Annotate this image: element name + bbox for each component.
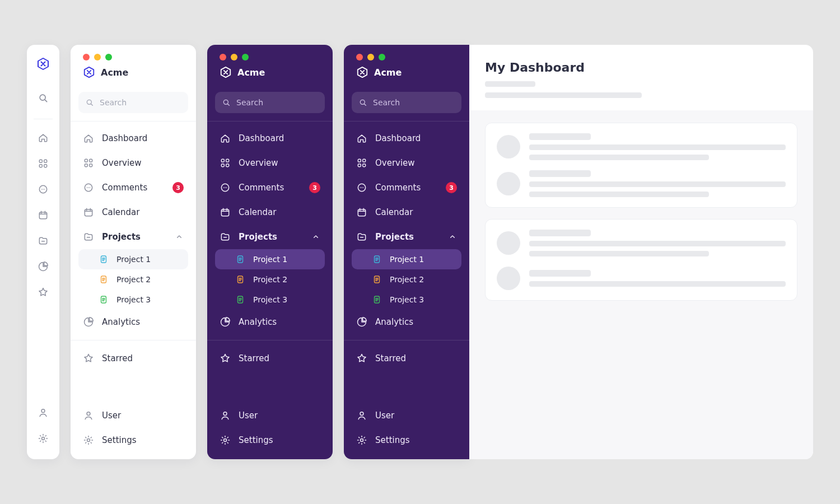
star-icon	[220, 353, 231, 364]
nav-user[interactable]: User	[207, 403, 333, 428]
nav-label: Calendar	[239, 207, 320, 217]
gear-icon	[220, 435, 231, 446]
nav-label: Overview	[239, 158, 320, 168]
nav-label: Comments	[102, 183, 165, 193]
traffic-minimize[interactable]	[367, 54, 374, 60]
user-icon	[220, 410, 231, 421]
nav-analytics[interactable]: Analytics	[207, 310, 333, 334]
nav-project-2[interactable]: Project 2	[71, 269, 196, 290]
rail-overview[interactable]	[32, 153, 54, 174]
nav-dashboard[interactable]: Dashboard	[207, 126, 333, 151]
nav-label: Dashboard	[239, 133, 320, 143]
search-input[interactable]: Search	[352, 92, 461, 113]
nav-starred[interactable]: Starred	[344, 346, 469, 371]
calendar-icon	[356, 207, 367, 218]
nav-label: Project 2	[253, 275, 320, 284]
nav-dashboard[interactable]: Dashboard	[344, 126, 469, 151]
comments-badge: 3	[446, 182, 457, 193]
nav-comments[interactable]: Comments 3	[71, 175, 196, 200]
nav-label: Analytics	[239, 317, 320, 327]
nav-project-3[interactable]: Project 3	[207, 290, 333, 310]
placeholder-line	[485, 92, 642, 98]
nav-label: Settings	[375, 435, 457, 445]
traffic-maximize[interactable]	[242, 54, 249, 60]
pie-icon	[356, 316, 367, 328]
search-icon	[38, 92, 49, 104]
rail-settings[interactable]	[32, 428, 54, 449]
nav-comments[interactable]: Comments3	[207, 175, 333, 200]
nav-dashboard[interactable]: Dashboard	[71, 126, 196, 151]
nav-label: Analytics	[102, 317, 184, 327]
nav-label: Project 3	[390, 295, 457, 304]
nav-project-1[interactable]: Project 1	[352, 249, 461, 269]
search-input[interactable]: Search	[78, 92, 188, 113]
placeholder-line	[529, 144, 786, 150]
folder-icon	[38, 235, 49, 246]
rail-dashboard[interactable]	[32, 127, 54, 148]
nav-project-1[interactable]: Project 1	[78, 249, 188, 269]
nav-label: Dashboard	[102, 133, 184, 143]
traffic-minimize[interactable]	[231, 54, 237, 60]
nav-analytics[interactable]: Analytics	[344, 310, 469, 334]
nav-project-3[interactable]: Project 3	[344, 290, 469, 310]
rail-analytics[interactable]	[32, 256, 54, 277]
nav-calendar[interactable]: Calendar	[207, 200, 333, 225]
list-item	[497, 230, 786, 256]
rail-starred[interactable]	[32, 282, 54, 303]
gear-icon	[356, 435, 367, 446]
traffic-close[interactable]	[356, 54, 363, 60]
nav-overview[interactable]: Overview	[344, 151, 469, 175]
traffic-maximize[interactable]	[379, 54, 385, 60]
placeholder-line	[529, 251, 709, 256]
nav-label: User	[375, 410, 457, 421]
nav-project-2[interactable]: Project 2	[344, 269, 469, 290]
nav-starred[interactable]: Starred	[207, 346, 333, 371]
nav-projects[interactable]: Projects	[71, 225, 196, 249]
rail-calendar[interactable]	[32, 204, 54, 226]
nav-label: Starred	[375, 353, 457, 363]
nav-project-1[interactable]: Project 1	[215, 249, 325, 269]
nav-analytics[interactable]: Analytics	[71, 310, 196, 334]
nav-settings[interactable]: Settings	[207, 428, 333, 452]
placeholder-line	[529, 192, 709, 197]
file-icon	[99, 254, 109, 264]
nav-project-2[interactable]: Project 2	[207, 269, 333, 290]
traffic-close[interactable]	[220, 54, 226, 60]
nav-overview[interactable]: Overview	[71, 151, 196, 175]
nav-calendar[interactable]: Calendar	[344, 200, 469, 225]
rail-comments[interactable]	[32, 179, 54, 200]
rail-search[interactable]	[32, 87, 54, 109]
sidebar-dark-attached: Acme Search Dashboard Overview Comments3…	[344, 45, 469, 459]
placeholder-line	[529, 133, 591, 140]
content-body	[469, 110, 813, 459]
brand-logo	[83, 66, 95, 78]
search-input[interactable]: Search	[215, 92, 325, 113]
nav-projects[interactable]: Projects	[207, 225, 333, 249]
nav-projects[interactable]: Projects	[344, 225, 469, 249]
nav-calendar[interactable]: Calendar	[71, 200, 196, 225]
nav-project-3[interactable]: Project 3	[71, 290, 196, 310]
traffic-close[interactable]	[83, 54, 90, 60]
search-placeholder: Search	[100, 98, 127, 107]
nav-overview[interactable]: Overview	[207, 151, 333, 175]
nav-settings[interactable]: Settings	[344, 428, 469, 452]
nav-starred[interactable]: Starred	[71, 346, 196, 371]
comments-badge: 3	[309, 182, 320, 193]
pie-icon	[38, 261, 49, 272]
placeholder-line	[529, 170, 591, 177]
traffic-minimize[interactable]	[94, 54, 101, 60]
nav-user[interactable]: User	[71, 403, 196, 428]
traffic-maximize[interactable]	[105, 54, 112, 60]
gear-icon	[38, 433, 49, 444]
pie-icon	[83, 316, 94, 328]
rail-projects[interactable]	[32, 230, 54, 251]
nav-settings[interactable]: Settings	[71, 428, 196, 452]
window-traffic-lights	[220, 54, 320, 60]
search-icon	[85, 98, 94, 107]
nav-label: Projects	[102, 232, 167, 242]
rail-user[interactable]	[32, 402, 54, 423]
window-traffic-lights	[83, 54, 184, 60]
nav-comments[interactable]: Comments3	[344, 175, 469, 200]
nav-user[interactable]: User	[344, 403, 469, 428]
sidebar-light: Acme Search Dashboard Overview Comments …	[71, 45, 196, 459]
